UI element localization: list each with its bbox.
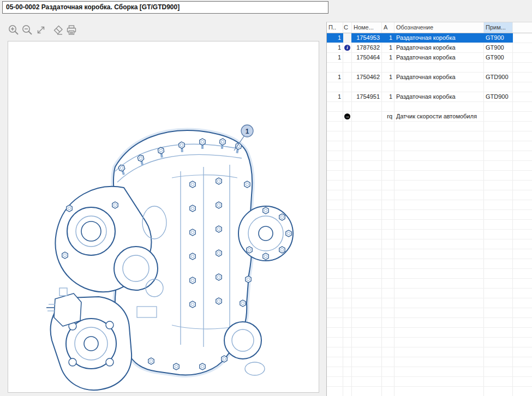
- cell-qty[interactable]: [382, 181, 394, 190]
- cell-num[interactable]: [352, 239, 382, 249]
- cell-qty[interactable]: 1: [382, 33, 394, 43]
- cell-name[interactable]: [394, 151, 484, 160]
- cell-note[interactable]: [484, 249, 513, 259]
- cell-num[interactable]: [352, 131, 382, 141]
- cell-flag[interactable]: [343, 171, 352, 180]
- cell-extra[interactable]: [513, 239, 532, 249]
- cell-num[interactable]: [352, 141, 382, 151]
- cell-num[interactable]: [352, 269, 382, 278]
- cell-flag[interactable]: [343, 289, 352, 298]
- cell-num[interactable]: 1787632: [352, 43, 382, 52]
- zoom-out-icon[interactable]: [21, 23, 33, 37]
- zoom-in-icon[interactable]: [8, 23, 20, 37]
- cell-note[interactable]: GTD900: [484, 92, 513, 101]
- cell-flag[interactable]: [343, 338, 352, 347]
- cell-extra[interactable]: [513, 269, 532, 278]
- cell-num[interactable]: [352, 298, 382, 308]
- cell-flag[interactable]: [343, 259, 352, 268]
- parts-table[interactable]: П..СНоме...АОбозначениеПрим... 117549531…: [326, 22, 532, 396]
- cell-flag[interactable]: [343, 122, 352, 131]
- cell-extra[interactable]: [513, 151, 532, 160]
- cell-extra[interactable]: [513, 367, 532, 376]
- cell-flag[interactable]: [343, 308, 352, 317]
- cell-extra[interactable]: [513, 230, 532, 239]
- cell-num[interactable]: [352, 279, 382, 288]
- cell-extra[interactable]: [513, 171, 532, 180]
- cell-extra[interactable]: [513, 112, 532, 121]
- table-row[interactable]: [327, 298, 532, 308]
- cell-num[interactable]: [352, 259, 382, 268]
- cell-qty[interactable]: [382, 102, 394, 111]
- cell-qty[interactable]: [382, 190, 394, 200]
- cell-pos[interactable]: [327, 338, 343, 347]
- cell-num[interactable]: 1754951: [352, 92, 382, 101]
- table-row[interactable]: [327, 338, 532, 347]
- table-row[interactable]: [327, 269, 532, 279]
- cell-num[interactable]: [352, 357, 382, 367]
- column-header-note[interactable]: Прим...: [484, 22, 513, 33]
- cell-pos[interactable]: [327, 249, 343, 259]
- table-row[interactable]: [327, 220, 532, 230]
- table-row[interactable]: [327, 279, 532, 289]
- cell-num[interactable]: 1750462: [352, 73, 382, 82]
- cell-pos[interactable]: 1: [327, 43, 343, 52]
- cell-extra[interactable]: [513, 289, 532, 298]
- cell-qty[interactable]: [382, 259, 394, 268]
- cell-pos[interactable]: [327, 112, 343, 121]
- cell-extra[interactable]: [513, 298, 532, 308]
- cell-name[interactable]: [394, 239, 484, 249]
- table-row[interactable]: [327, 190, 532, 200]
- table-row[interactable]: [327, 141, 532, 151]
- cell-extra[interactable]: [513, 249, 532, 259]
- cell-pos[interactable]: [327, 318, 343, 327]
- cell-name[interactable]: [394, 181, 484, 190]
- cell-pos[interactable]: [327, 210, 343, 219]
- cell-name[interactable]: [394, 122, 484, 131]
- cell-name[interactable]: [394, 338, 484, 347]
- cell-flag[interactable]: [343, 102, 352, 111]
- cell-qty[interactable]: [382, 161, 394, 170]
- table-row[interactable]: [327, 328, 532, 338]
- cell-note[interactable]: [484, 200, 513, 209]
- cell-pos[interactable]: 1: [327, 53, 343, 62]
- cell-flag[interactable]: [343, 249, 352, 259]
- column-header-flag[interactable]: С: [343, 22, 352, 33]
- cell-extra[interactable]: [513, 131, 532, 141]
- cell-flag[interactable]: [343, 230, 352, 239]
- table-row[interactable]: [327, 357, 532, 367]
- cell-name[interactable]: [394, 82, 484, 92]
- cell-name[interactable]: [394, 141, 484, 151]
- cell-qty[interactable]: [382, 269, 394, 278]
- table-row[interactable]: [327, 200, 532, 210]
- cell-name[interactable]: Раздаточная коробка: [394, 53, 484, 62]
- cell-extra[interactable]: [513, 63, 532, 72]
- cell-num[interactable]: [352, 367, 382, 376]
- cell-name[interactable]: Раздаточная коробка: [394, 73, 484, 82]
- table-row[interactable]: [327, 259, 532, 269]
- cell-flag[interactable]: [343, 298, 352, 308]
- cell-pos[interactable]: 1: [327, 73, 343, 82]
- cell-flag[interactable]: [343, 269, 352, 278]
- cell-pos[interactable]: [327, 151, 343, 160]
- link-arrow-icon[interactable]: →: [344, 113, 350, 119]
- cell-qty[interactable]: 1: [382, 43, 394, 52]
- cell-note[interactable]: [484, 220, 513, 229]
- cell-extra[interactable]: [513, 92, 532, 101]
- cell-flag[interactable]: [343, 328, 352, 337]
- cell-name[interactable]: [394, 308, 484, 317]
- cell-num[interactable]: [352, 171, 382, 180]
- cell-note[interactable]: [484, 171, 513, 180]
- cell-name[interactable]: [394, 131, 484, 141]
- cell-flag[interactable]: [343, 239, 352, 249]
- cell-pos[interactable]: 1: [327, 33, 343, 43]
- cell-num[interactable]: [352, 328, 382, 337]
- table-row[interactable]: [327, 387, 532, 396]
- table-row[interactable]: [327, 367, 532, 377]
- cell-note[interactable]: [484, 210, 513, 219]
- cell-name[interactable]: Раздаточная коробка: [394, 33, 484, 43]
- cell-name[interactable]: [394, 190, 484, 200]
- cell-pos[interactable]: [327, 102, 343, 111]
- cell-num[interactable]: [352, 289, 382, 298]
- cell-extra[interactable]: [513, 53, 532, 62]
- cell-extra[interactable]: [513, 122, 532, 131]
